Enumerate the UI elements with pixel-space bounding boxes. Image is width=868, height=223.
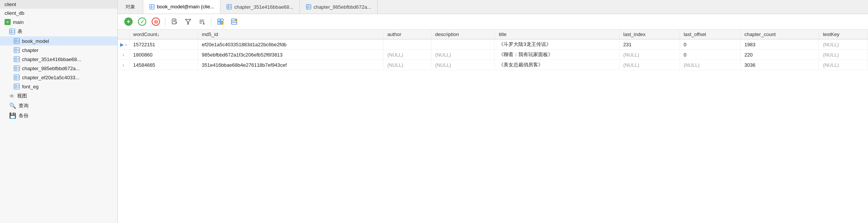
svg-rect-24 <box>14 84 19 89</box>
cell-testKey-2: (NULL) <box>819 60 868 70</box>
cell-description-0 <box>431 39 495 50</box>
svg-marker-43 <box>185 19 191 24</box>
cell-last_index-0: 231 <box>619 39 680 50</box>
table-icon <box>14 83 20 90</box>
toolbar: +✓⊖ <box>118 14 868 30</box>
sidebar-item-tables-header[interactable]: 表 <box>0 27 117 36</box>
table-row[interactable]: ›1800860985ebfbbd672a1f3c206efb52f6f3813… <box>118 50 868 60</box>
svg-rect-12 <box>14 57 19 62</box>
tab-label: 对象 <box>125 3 135 10</box>
add-record-btn[interactable]: + <box>122 16 135 27</box>
cell-chapter_count-2: 3036 <box>740 60 819 70</box>
tab-chapter_985[interactable]: chapter_985ebfbbd672a... <box>300 0 378 14</box>
sidebar-label: 视图 <box>17 93 27 99</box>
null-value: (NULL) <box>823 42 839 47</box>
svg-rect-0 <box>10 29 15 34</box>
sidebar-item-backup-header[interactable]: 💾各份 <box>0 111 117 121</box>
save-record-btn[interactable]: ✓ <box>136 16 148 27</box>
row-marker-0: ▶ › <box>118 39 129 50</box>
cell-wordCount-1: 1800860 <box>129 50 198 60</box>
col-header-title[interactable]: title <box>495 30 619 39</box>
folder-table-icon <box>9 28 15 35</box>
table-row[interactable]: ▶ ›15722151ef20e1a5c403351883d1a22bc6be2… <box>118 39 868 50</box>
tab-bar: 对象 book_model@main (clie... chapter_351e… <box>118 0 868 14</box>
col-header-last_index[interactable]: last_index <box>619 30 680 39</box>
svg-rect-8 <box>14 47 19 53</box>
cell-author-2: (NULL) <box>383 60 431 70</box>
cell-wordCount-0: 15722151 <box>129 39 198 50</box>
tab-chapter_351[interactable]: chapter_351e416bbae68... <box>220 0 299 14</box>
tab-table-icon <box>306 4 311 9</box>
null-value: (NULL) <box>623 52 639 58</box>
import-btn[interactable] <box>168 16 181 27</box>
null-value: (NULL) <box>387 62 403 68</box>
cell-description-1: (NULL) <box>431 50 495 60</box>
tab-book_model[interactable]: book_model@main (clie... <box>143 0 220 14</box>
sidebar-item-chapter_351e416bbae68[interactable]: chapter_351e416bbae68... <box>0 55 117 64</box>
sidebar-item-client[interactable]: client <box>0 0 117 9</box>
svg-rect-28 <box>150 4 154 9</box>
row-marker-1: › <box>118 50 129 60</box>
col-header-chapter_count[interactable]: chapter_count <box>740 30 819 39</box>
sep2 <box>211 18 211 25</box>
svg-rect-20 <box>14 75 19 80</box>
null-value: (NULL) <box>435 52 451 58</box>
svg-rect-4 <box>14 38 19 44</box>
sidebar-item-views-header[interactable]: 👁视图 <box>0 91 117 101</box>
sidebar-label: chapter_ef20e1a5c4033... <box>22 75 79 80</box>
main-panel: 对象 book_model@main (clie... chapter_351e… <box>118 0 868 223</box>
sidebar-item-chapter_985ebfbbd672a[interactable]: chapter_985ebfbbd672a... <box>0 64 117 73</box>
delete-record-btn[interactable]: ⊖ <box>150 16 162 27</box>
sidebar-label: book_model <box>22 38 49 44</box>
svg-rect-49 <box>218 22 220 24</box>
sidebar-item-queries-header[interactable]: 🔍查询 <box>0 101 117 111</box>
cell-last_index-1: (NULL) <box>619 50 680 60</box>
cell-last_index-2: (NULL) <box>619 60 680 70</box>
cell-chapter_count-0: 1983 <box>740 39 819 50</box>
table-row[interactable]: ›14584665351e416bbae68b4e276118b7ef943ce… <box>118 60 868 70</box>
sidebar-label: 查询 <box>19 102 29 109</box>
tab-label: chapter_985ebfbbd672a... <box>314 4 371 10</box>
sort-btn[interactable] <box>196 16 208 27</box>
cell-title-2: 《美女总裁俏房客》 <box>495 60 619 70</box>
data-table: wordCount↓md5_idauthordescriptiontitlela… <box>118 30 868 70</box>
cell-author-1: (NULL) <box>383 50 431 60</box>
sidebar-item-client_db[interactable]: client_db <box>0 9 117 17</box>
sidebar-item-chapter_ef20e1a5c4033[interactable]: chapter_ef20e1a5c4033... <box>0 73 117 82</box>
col-header-wordCount[interactable]: wordCount↓ <box>129 30 198 39</box>
svg-rect-48 <box>221 19 223 21</box>
cell-last_offset-0: 0 <box>680 39 740 50</box>
sidebar-item-chapter[interactable]: chapter <box>0 46 117 55</box>
sidebar-label: client_db <box>5 10 24 16</box>
grid2-btn[interactable] <box>228 16 240 27</box>
col-header-description[interactable]: description <box>431 30 495 39</box>
null-value: (NULL) <box>823 52 839 58</box>
sidebar-item-book_model[interactable]: book_model <box>0 36 117 46</box>
views-icon: 👁 <box>9 93 15 99</box>
svg-rect-16 <box>14 66 19 71</box>
null-value: (NULL) <box>684 62 700 68</box>
grid1-btn[interactable] <box>214 16 227 27</box>
cell-title-1: 《聊斋：我有玩家面板》 <box>495 50 619 60</box>
filter-btn[interactable] <box>182 16 194 27</box>
svg-rect-47 <box>218 19 220 21</box>
cell-last_offset-1: 0 <box>680 50 740 60</box>
tab-object[interactable]: 对象 <box>118 0 143 14</box>
col-header-testKey[interactable]: testKey <box>819 30 868 39</box>
col-header-author[interactable]: author <box>383 30 431 39</box>
cell-chapter_count-1: 220 <box>740 50 819 60</box>
svg-rect-32 <box>227 5 231 9</box>
sidebar-item-font_eg[interactable]: font_eg <box>0 82 117 91</box>
sidebar-label: 表 <box>17 28 22 35</box>
data-table-area[interactable]: wordCount↓md5_idauthordescriptiontitlela… <box>118 30 868 223</box>
null-value: (NULL) <box>435 62 451 68</box>
sep1 <box>165 18 165 25</box>
col-header-last_offset[interactable]: last_offset <box>680 30 740 39</box>
row-marker-2: › <box>118 60 129 70</box>
table-icon <box>14 74 20 80</box>
sidebar-label: chapter_985ebfbbd672a... <box>22 66 80 71</box>
cell-testKey-0: (NULL) <box>819 39 868 50</box>
cell-md5_id-1: 985ebfbbd672a1f3c206efb52f6f3813 <box>198 50 383 60</box>
col-header-md5_id[interactable]: md5_id <box>198 30 383 39</box>
sidebar-item-main[interactable]: =main <box>0 17 117 27</box>
